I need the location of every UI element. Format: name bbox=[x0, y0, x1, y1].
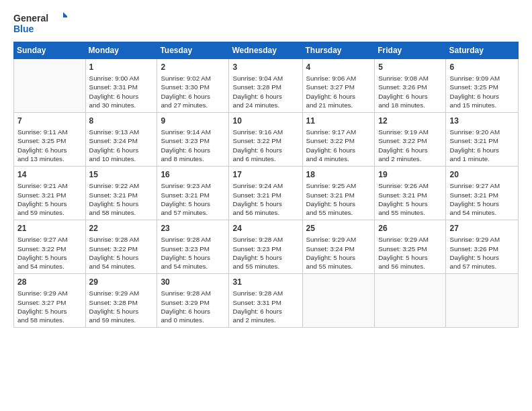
day-info: Sunrise: 9:20 AM Sunset: 3:21 PM Dayligh… bbox=[449, 128, 515, 163]
day-info: Sunrise: 9:17 AM Sunset: 3:22 PM Dayligh… bbox=[306, 128, 371, 163]
day-number: 22 bbox=[89, 223, 154, 234]
calendar-cell: 3Sunrise: 9:04 AM Sunset: 3:28 PM Daylig… bbox=[229, 59, 302, 113]
calendar-week-row: 28Sunrise: 9:29 AM Sunset: 3:27 PM Dayli… bbox=[14, 274, 519, 328]
svg-text:Blue: Blue bbox=[13, 24, 34, 34]
day-number: 23 bbox=[161, 223, 225, 234]
calendar-cell: 18Sunrise: 9:25 AM Sunset: 3:21 PM Dayli… bbox=[302, 167, 375, 220]
calendar-cell: 24Sunrise: 9:28 AM Sunset: 3:23 PM Dayli… bbox=[229, 220, 302, 274]
day-info: Sunrise: 9:08 AM Sunset: 3:26 PM Dayligh… bbox=[378, 74, 442, 109]
calendar-cell: 23Sunrise: 9:28 AM Sunset: 3:23 PM Dayli… bbox=[157, 220, 229, 274]
day-number: 6 bbox=[449, 62, 515, 73]
weekday-header-wednesday: Wednesday bbox=[229, 42, 302, 59]
weekday-header-monday: Monday bbox=[85, 42, 157, 59]
calendar-cell: 17Sunrise: 9:24 AM Sunset: 3:21 PM Dayli… bbox=[229, 167, 302, 220]
calendar-cell: 6Sunrise: 9:09 AM Sunset: 3:25 PM Daylig… bbox=[446, 59, 519, 113]
weekday-header-thursday: Thursday bbox=[302, 42, 375, 59]
day-number: 27 bbox=[449, 223, 515, 234]
calendar-cell: 22Sunrise: 9:28 AM Sunset: 3:22 PM Dayli… bbox=[85, 220, 157, 274]
calendar-cell: 8Sunrise: 9:13 AM Sunset: 3:24 PM Daylig… bbox=[85, 113, 157, 167]
day-number: 8 bbox=[89, 116, 154, 126]
header: General Blue bbox=[13, 11, 519, 35]
calendar-week-row: 1Sunrise: 9:00 AM Sunset: 3:31 PM Daylig… bbox=[14, 59, 519, 113]
calendar: SundayMondayTuesdayWednesdayThursdayFrid… bbox=[13, 42, 519, 328]
calendar-cell bbox=[375, 274, 446, 328]
day-info: Sunrise: 9:09 AM Sunset: 3:25 PM Dayligh… bbox=[449, 74, 515, 109]
day-info: Sunrise: 9:23 AM Sunset: 3:21 PM Dayligh… bbox=[161, 181, 225, 217]
day-number: 30 bbox=[161, 277, 225, 287]
day-number: 9 bbox=[161, 116, 225, 126]
calendar-week-row: 21Sunrise: 9:27 AM Sunset: 3:22 PM Dayli… bbox=[14, 220, 519, 274]
day-number: 3 bbox=[232, 62, 298, 73]
calendar-cell: 30Sunrise: 9:28 AM Sunset: 3:29 PM Dayli… bbox=[157, 274, 229, 328]
day-number: 13 bbox=[449, 116, 515, 126]
calendar-cell: 14Sunrise: 9:21 AM Sunset: 3:21 PM Dayli… bbox=[14, 167, 86, 220]
calendar-cell: 9Sunrise: 9:14 AM Sunset: 3:23 PM Daylig… bbox=[157, 113, 229, 167]
day-info: Sunrise: 9:26 AM Sunset: 3:21 PM Dayligh… bbox=[378, 181, 442, 217]
day-info: Sunrise: 9:27 AM Sunset: 3:21 PM Dayligh… bbox=[449, 181, 515, 217]
day-number: 11 bbox=[306, 116, 371, 126]
day-info: Sunrise: 9:28 AM Sunset: 3:22 PM Dayligh… bbox=[89, 235, 154, 271]
day-info: Sunrise: 9:29 AM Sunset: 3:27 PM Dayligh… bbox=[17, 289, 82, 324]
day-info: Sunrise: 9:29 AM Sunset: 3:28 PM Dayligh… bbox=[89, 289, 154, 324]
day-number: 28 bbox=[17, 277, 82, 287]
day-info: Sunrise: 9:06 AM Sunset: 3:27 PM Dayligh… bbox=[306, 74, 371, 109]
day-info: Sunrise: 9:22 AM Sunset: 3:21 PM Dayligh… bbox=[89, 181, 154, 217]
day-info: Sunrise: 9:14 AM Sunset: 3:23 PM Dayligh… bbox=[161, 128, 225, 163]
day-number: 17 bbox=[232, 169, 298, 180]
day-info: Sunrise: 9:27 AM Sunset: 3:22 PM Dayligh… bbox=[17, 235, 82, 271]
day-number: 14 bbox=[17, 169, 82, 180]
day-number: 18 bbox=[306, 169, 371, 180]
weekday-header-friday: Friday bbox=[375, 42, 446, 59]
calendar-cell: 5Sunrise: 9:08 AM Sunset: 3:26 PM Daylig… bbox=[375, 59, 446, 113]
calendar-cell: 29Sunrise: 9:29 AM Sunset: 3:28 PM Dayli… bbox=[85, 274, 157, 328]
calendar-cell: 10Sunrise: 9:16 AM Sunset: 3:22 PM Dayli… bbox=[229, 113, 302, 167]
logo: General Blue bbox=[13, 11, 67, 35]
calendar-cell: 15Sunrise: 9:22 AM Sunset: 3:21 PM Dayli… bbox=[85, 167, 157, 220]
weekday-header-tuesday: Tuesday bbox=[157, 42, 229, 59]
day-info: Sunrise: 9:04 AM Sunset: 3:28 PM Dayligh… bbox=[232, 74, 298, 109]
day-info: Sunrise: 9:00 AM Sunset: 3:31 PM Dayligh… bbox=[89, 74, 154, 109]
calendar-cell: 7Sunrise: 9:11 AM Sunset: 3:25 PM Daylig… bbox=[14, 113, 86, 167]
calendar-cell: 21Sunrise: 9:27 AM Sunset: 3:22 PM Dayli… bbox=[14, 220, 86, 274]
calendar-cell: 25Sunrise: 9:29 AM Sunset: 3:24 PM Dayli… bbox=[302, 220, 375, 274]
day-info: Sunrise: 9:28 AM Sunset: 3:29 PM Dayligh… bbox=[161, 289, 225, 324]
weekday-header-row: SundayMondayTuesdayWednesdayThursdayFrid… bbox=[14, 42, 519, 59]
day-info: Sunrise: 9:19 AM Sunset: 3:22 PM Dayligh… bbox=[378, 128, 442, 163]
calendar-cell: 2Sunrise: 9:02 AM Sunset: 3:30 PM Daylig… bbox=[157, 59, 229, 113]
day-number: 26 bbox=[378, 223, 442, 234]
day-info: Sunrise: 9:16 AM Sunset: 3:22 PM Dayligh… bbox=[232, 128, 298, 163]
calendar-cell: 12Sunrise: 9:19 AM Sunset: 3:22 PM Dayli… bbox=[375, 113, 446, 167]
calendar-cell bbox=[302, 274, 375, 328]
svg-marker-2 bbox=[63, 12, 67, 17]
day-info: Sunrise: 9:29 AM Sunset: 3:26 PM Dayligh… bbox=[449, 235, 515, 271]
day-number: 12 bbox=[378, 116, 442, 126]
calendar-cell: 27Sunrise: 9:29 AM Sunset: 3:26 PM Dayli… bbox=[446, 220, 519, 274]
day-info: Sunrise: 9:29 AM Sunset: 3:24 PM Dayligh… bbox=[306, 235, 371, 271]
day-number: 5 bbox=[378, 62, 442, 73]
day-info: Sunrise: 9:21 AM Sunset: 3:21 PM Dayligh… bbox=[17, 181, 82, 217]
calendar-cell: 11Sunrise: 9:17 AM Sunset: 3:22 PM Dayli… bbox=[302, 113, 375, 167]
day-info: Sunrise: 9:11 AM Sunset: 3:25 PM Dayligh… bbox=[17, 128, 82, 163]
day-number: 15 bbox=[89, 169, 154, 180]
day-info: Sunrise: 9:02 AM Sunset: 3:30 PM Dayligh… bbox=[161, 74, 225, 109]
calendar-cell: 26Sunrise: 9:29 AM Sunset: 3:25 PM Dayli… bbox=[375, 220, 446, 274]
calendar-cell bbox=[446, 274, 519, 328]
calendar-cell: 19Sunrise: 9:26 AM Sunset: 3:21 PM Dayli… bbox=[375, 167, 446, 220]
day-info: Sunrise: 9:29 AM Sunset: 3:25 PM Dayligh… bbox=[378, 235, 442, 271]
calendar-cell: 28Sunrise: 9:29 AM Sunset: 3:27 PM Dayli… bbox=[14, 274, 86, 328]
calendar-cell: 31Sunrise: 9:28 AM Sunset: 3:31 PM Dayli… bbox=[229, 274, 302, 328]
calendar-cell: 20Sunrise: 9:27 AM Sunset: 3:21 PM Dayli… bbox=[446, 167, 519, 220]
day-info: Sunrise: 9:28 AM Sunset: 3:23 PM Dayligh… bbox=[161, 235, 225, 271]
day-number: 31 bbox=[232, 277, 298, 287]
day-number: 29 bbox=[89, 277, 154, 287]
day-info: Sunrise: 9:25 AM Sunset: 3:21 PM Dayligh… bbox=[306, 181, 371, 217]
calendar-cell bbox=[14, 59, 86, 113]
weekday-header-saturday: Saturday bbox=[446, 42, 519, 59]
svg-text:General: General bbox=[13, 13, 48, 24]
calendar-cell: 1Sunrise: 9:00 AM Sunset: 3:31 PM Daylig… bbox=[85, 59, 157, 113]
day-number: 1 bbox=[89, 62, 154, 73]
day-number: 16 bbox=[161, 169, 225, 180]
day-info: Sunrise: 9:28 AM Sunset: 3:23 PM Dayligh… bbox=[232, 235, 298, 271]
calendar-cell: 16Sunrise: 9:23 AM Sunset: 3:21 PM Dayli… bbox=[157, 167, 229, 220]
weekday-header-sunday: Sunday bbox=[14, 42, 86, 59]
